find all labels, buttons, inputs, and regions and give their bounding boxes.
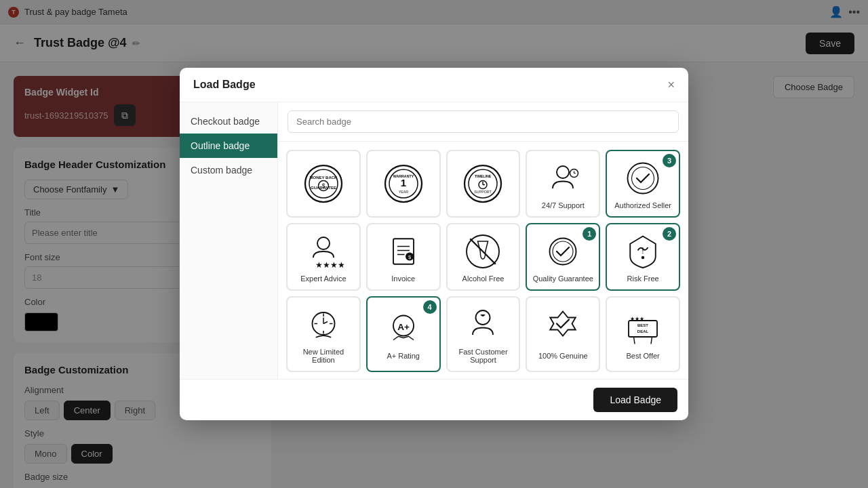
badge-quality-guarantee[interactable]: 1 Quality Guarantee [526,223,600,291]
modal-overlay: Load Badge × Checkout badge Outline badg… [0,0,868,488]
modal-header: Load Badge × [180,68,688,102]
badge-num-2: 2 [663,227,676,241]
limited-edition-icon [303,304,344,345]
expert-advice-icon: ★★★★ [303,231,344,272]
genuine-icon [542,308,583,349]
fast-support-icon [462,304,503,345]
quality-guarantee-icon [542,231,583,272]
svg-text:★★★: ★★★ [630,316,644,322]
best-offer-icon: BEST DEAL ★★★ [623,308,663,349]
alcohol-free-icon [462,231,503,272]
modal-sidebar: Checkout badge Outline badge Custom badg… [180,102,278,379]
badge-warranty[interactable]: WARRANTY 1 YEAR [366,150,441,218]
svg-point-35 [553,241,573,262]
badge-limited-label: New Limited Edition [292,348,355,364]
svg-text:★★★★: ★★★★ [315,260,344,270]
modal-title: Load Badge [193,79,256,91]
load-badge-button[interactable]: Load Badge [593,388,677,412]
badge-num-1: 1 [583,227,596,241]
svg-point-34 [550,239,576,265]
svg-text:MONEY BACK: MONEY BACK [309,176,338,180]
badge-expert-label: Expert Advice [300,274,346,283]
badge-best-offer-label: Best Offer [626,352,659,360]
badge-grid: MONEY BACK GUARANTEE $ WARRANTY [286,150,680,372]
badge-num-3: 3 [663,154,676,167]
badge-invoice-label: Invoice [391,274,415,283]
modal-content: MONEY BACK GUARANTEE $ WARRANTY [278,102,688,379]
svg-text:SUPPORT: SUPPORT [475,190,492,194]
authorized-seller-icon [623,158,663,199]
search-input[interactable] [288,110,679,133]
svg-point-47 [476,310,490,325]
badge-fast-support[interactable]: Fast Customer Support [446,296,521,372]
modal-footer: Load Badge [180,379,688,420]
badge-247-label: 24/7 Support [542,201,585,209]
aplus-rating-icon: A+ [383,308,424,349]
svg-point-36 [642,256,645,260]
badge-grid-wrapper: MONEY BACK GUARANTEE $ WARRANTY [278,142,688,379]
timeline-support-icon: TIMELINE SUPPORT [462,163,503,204]
badge-fast-support-label: Fast Customer Support [452,348,515,364]
svg-line-33 [471,239,496,264]
badge-genuine-label: 100% Genuine [538,352,588,360]
svg-text:$: $ [321,182,325,189]
nav-checkout-badge[interactable]: Checkout badge [180,109,277,134]
badge-quality-label: Quality Guarantee [533,274,593,283]
svg-text:TIMELINE: TIMELINE [475,174,492,178]
badge-risk-free-label: Risk Free [627,274,659,283]
nav-custom-badge[interactable]: Custom badge [180,158,277,182]
svg-text:1: 1 [401,177,406,188]
svg-text:BEST: BEST [637,323,648,327]
risk-free-icon: ! [623,231,663,272]
badge-expert-advice[interactable]: ★★★★ Expert Advice [286,223,361,291]
search-area [278,102,688,142]
svg-text:YEAR: YEAR [399,190,409,194]
load-badge-modal: Load Badge × Checkout badge Outline badg… [180,68,688,420]
badge-invoice[interactable]: $ Invoice [366,223,441,291]
svg-point-22 [628,163,658,194]
svg-text:A+: A+ [397,322,410,332]
money-back-icon: MONEY BACK GUARANTEE $ [303,163,344,204]
badge-money-back[interactable]: MONEY BACK GUARANTEE $ [286,150,361,218]
badge-num-4: 4 [423,300,437,314]
svg-point-24 [317,237,330,249]
badge-best-offer[interactable]: BEST DEAL ★★★ Best Offer [606,296,680,372]
badge-limited-edition[interactable]: New Limited Edition [286,296,361,372]
svg-line-44 [323,322,328,324]
modal-body: Checkout badge Outline badge Custom badg… [180,102,688,379]
svg-point-18 [557,166,569,178]
badge-alcohol-free-label: Alcohol Free [462,274,505,283]
badge-aplus-rating[interactable]: 4 A+ A+ Rating [366,296,441,372]
247-support-icon [542,158,583,199]
svg-point-23 [632,167,654,190]
badge-genuine[interactable]: 100% Genuine [526,296,600,372]
badge-timeline-support[interactable]: TIMELINE SUPPORT [446,150,521,218]
nav-outline-badge[interactable]: Outline badge [180,134,277,158]
badge-authorized-label: Authorized Seller [614,201,671,209]
badge-aplus-label: A+ Rating [387,352,420,360]
badge-authorized-seller[interactable]: 3 Authorized Seller [606,150,680,218]
modal-close-button[interactable]: × [667,79,675,91]
badge-risk-free[interactable]: 2 ! Risk Free [606,223,680,291]
svg-text:!: ! [642,246,644,256]
svg-text:DEAL: DEAL [637,329,649,333]
badge-247-support[interactable]: 24/7 Support [526,150,600,218]
warranty-icon: WARRANTY 1 YEAR [383,163,424,204]
svg-marker-48 [551,312,576,336]
badge-alcohol-free[interactable]: Alcohol Free [446,223,521,291]
invoice-icon: $ [383,231,424,272]
